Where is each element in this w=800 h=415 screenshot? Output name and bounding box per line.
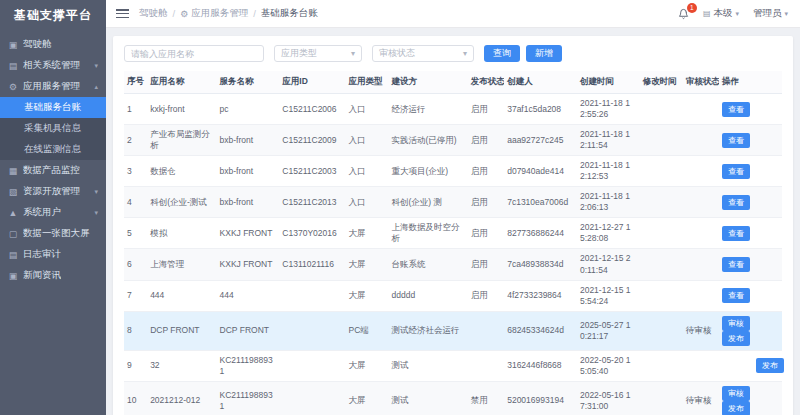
cell-no: 4 [124,187,147,218]
chevron-down-icon: ▾ [94,188,98,196]
cell-status [468,350,504,381]
sidebar-subitem-basic-service-ledger[interactable]: 基础服务台账 [0,97,106,118]
breadcrumb-item[interactable]: ⚙应用服务管理 [180,7,248,20]
table-row: 4科创(企业-测试bxb-frontC15211C2013入口科创(企业) 测启… [124,187,782,218]
cell-app_id [279,311,345,350]
cell-creator: 4f2733239864 [504,280,577,311]
cell-created: 2022-05-20 15:05:40 [577,350,640,381]
chevron-down-icon: ▾ [463,49,467,58]
cell-audit: 待审核 [683,381,719,415]
sidebar-item-data-map-screen[interactable]: ▢数据一张图大屏 [0,223,106,244]
cell-modified [640,280,683,311]
audit-status-select[interactable]: 审核状态 ▾ [372,45,474,62]
main-area: 驾驶舱/⚙应用服务管理/基础服务台账 1 ▤ 本级 ▾ 管理员 ▾ [106,0,800,415]
column-header: 应用名称 [147,71,216,94]
view-button[interactable]: 查看 [722,164,750,179]
cell-created: 2021-12-27 15:28:08 [577,218,640,249]
sidebar-item-log-audit[interactable]: ▤日志审计 [0,244,106,265]
cell-modified [640,350,683,381]
view-button[interactable]: 查看 [722,257,750,272]
cell-builder: 上海数据及时空分析 [388,218,467,249]
breadcrumb-item[interactable]: 基础服务台账 [261,7,318,20]
audit-button[interactable]: 审核 [722,316,750,331]
cell-audit [683,187,719,218]
audit-button[interactable]: 审核 [722,386,750,401]
data-product-monitor-icon: ▦ [8,166,18,176]
cell-app_id [279,381,345,415]
column-header: 应用ID [279,71,345,94]
cell-status: 启用 [468,280,504,311]
user-dropdown[interactable]: 管理员 ▾ [753,7,788,20]
cell-app_id: C15211C2006 [279,94,345,125]
sidebar-item-app-service-mgmt[interactable]: ⚙应用服务管理▴ [0,76,106,97]
cell-ops: 查看 [719,94,782,125]
cell-creator: 827736886244 [504,218,577,249]
cell-no: 7 [124,280,147,311]
sidebar-item-resource-open-mgmt[interactable]: ▧资源开放管理▾ [0,181,106,202]
cell-created: 2021-12-15 20:11:54 [577,249,640,280]
add-button[interactable]: 新增 [526,45,562,62]
cell-status: 启用 [468,187,504,218]
cell-ops: 发布 [719,350,782,381]
chevron-up-icon: ▴ [94,83,98,91]
system-users-icon: ▲ [8,208,18,218]
breadcrumb-separator: / [173,8,176,19]
sidebar-item-dashboard[interactable]: ▣驾驶舱 [0,34,106,55]
submenu-app-service-mgmt: 基础服务台账采集机具信息在线监测信息 [0,97,106,160]
cell-service: KC2111988931 [217,350,280,381]
notification-bell-icon[interactable]: 1 [678,8,689,20]
cell-service: bxb-front [217,156,280,187]
gear-icon: ⚙ [180,9,188,19]
sidebar-item-news-info[interactable]: ▣新闻资讯 [0,265,106,286]
column-header: 操作 [719,71,782,94]
table-row: 1kxkj-frontpcC15211C2006入口经济运行启用37af1c5d… [124,94,782,125]
cell-app_id: C15211C2009 [279,125,345,156]
sidebar-subitem-online-monitor-info[interactable]: 在线监测信息 [0,139,106,160]
publish-button[interactable]: 发布 [756,358,784,373]
cell-modified [640,94,683,125]
column-header: 序号 [124,71,147,94]
cell-no: 8 [124,311,147,350]
view-button[interactable]: 查看 [722,102,750,117]
cell-status [468,311,504,350]
app-name-input[interactable] [124,45,264,62]
publish-button[interactable]: 发布 [722,401,750,415]
menu-toggle-icon[interactable] [116,9,129,18]
cell-service: KXKJ FRONT [217,249,280,280]
chevron-down-icon: ▾ [784,10,788,18]
view-button[interactable]: 查看 [722,195,750,210]
cell-modified [640,311,683,350]
cell-modified [640,218,683,249]
cell-ops: 查看 [719,280,782,311]
breadcrumb-item[interactable]: 驾驶舱 [139,7,168,20]
view-button[interactable]: 查看 [722,133,750,148]
column-header: 创建时间 [577,71,640,94]
scope-dropdown[interactable]: ▤ 本级 ▾ [703,7,739,20]
cell-type: 大屏 [345,350,388,381]
org-icon: ▤ [703,9,711,18]
cell-ops: 查看 [719,125,782,156]
cell-ops: 查看 [719,218,782,249]
cell-name: 32 [147,350,216,381]
cell-no: 1 [124,94,147,125]
sidebar-subitem-collect-device-info[interactable]: 采集机具信息 [0,118,106,139]
sidebar-item-label: 应用服务管理 [23,80,80,93]
sidebar-item-label: 数据产品监控 [23,164,80,177]
view-button[interactable]: 查看 [722,226,750,241]
sidebar-item-data-product-monitor[interactable]: ▦数据产品监控 [0,160,106,181]
view-button[interactable]: 查看 [722,288,750,303]
cell-ops: 审核发布 [719,381,782,415]
topbar: 驾驶舱/⚙应用服务管理/基础服务台账 1 ▤ 本级 ▾ 管理员 ▾ [106,0,800,28]
cell-builder: 实践活动(已停用) [388,125,467,156]
data-map-screen-icon: ▢ [8,229,18,239]
table-row: 8DCP FRONTDCP FRONTPC端测试经济社会运行6824533462… [124,311,782,350]
sidebar-item-system-users[interactable]: ▲系统用户▾ [0,202,106,223]
cell-builder: ddddd [388,280,467,311]
publish-button[interactable]: 发布 [722,331,750,346]
sidebar-item-related-systems[interactable]: ▤相关系统管理▾ [0,55,106,76]
log-audit-icon: ▤ [8,250,18,260]
app-type-select[interactable]: 应用类型 ▾ [274,45,362,62]
cell-creator: 68245334624d [504,311,577,350]
cell-audit [683,280,719,311]
search-button[interactable]: 查询 [484,45,520,62]
